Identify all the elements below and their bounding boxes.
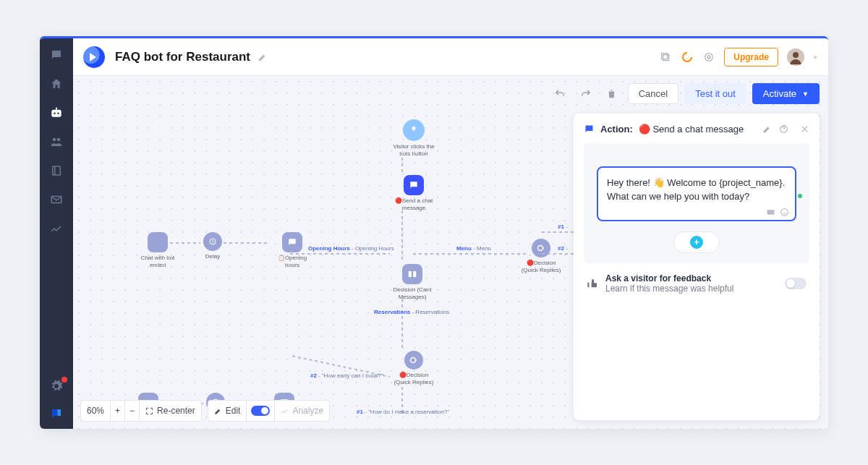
svg-point-18 — [411, 358, 416, 363]
node-quick1[interactable]: 🔴Decision (Quick Replies) — [519, 239, 563, 273]
page-title: FAQ bot for Restaurant — [115, 50, 250, 64]
svg-point-13 — [793, 52, 799, 58]
help-icon[interactable] — [779, 124, 788, 134]
edit-title-icon[interactable] — [258, 52, 268, 62]
sidebar-inbox-icon[interactable] — [48, 192, 64, 208]
redo-icon[interactable] — [576, 84, 596, 104]
node-quick2[interactable]: 🔴Decision (Quick Replies) — [391, 351, 436, 385]
sidebar-help-icon[interactable] — [48, 406, 64, 422]
svg-rect-14 — [409, 271, 412, 277]
loading-icon[interactable] — [681, 51, 694, 64]
node-delay-1[interactable]: Delay — [203, 232, 222, 260]
target-icon[interactable] — [702, 51, 715, 64]
activate-label: Activate — [763, 88, 796, 99]
edit-mode-button[interactable]: Edit — [208, 401, 247, 421]
edge — [401, 299, 403, 349]
emoji-icon[interactable] — [780, 208, 789, 217]
mode-toggle[interactable] — [247, 401, 275, 421]
svg-rect-6 — [53, 166, 61, 175]
svg-rect-0 — [51, 110, 61, 117]
edge — [401, 158, 403, 174]
feedback-title: Ask a visitor for feedback — [605, 273, 733, 283]
zoom-out-button[interactable]: − — [125, 401, 140, 421]
sidebar-home-icon[interactable] — [48, 76, 64, 92]
node-decision-card[interactable]: Decision (Card Messages) — [390, 264, 435, 300]
edge — [224, 242, 267, 244]
svg-rect-9 — [662, 53, 668, 59]
test-button[interactable]: Test it out — [684, 83, 746, 104]
thumbs-icon — [587, 278, 598, 289]
svg-point-2 — [57, 113, 59, 115]
connector-dot[interactable] — [798, 194, 802, 198]
panel-body: Hey there! 👋 Welcome to {project_name}. … — [584, 143, 809, 263]
edge — [401, 210, 403, 263]
message-text: Hey there! 👋 Welcome to {project_name}. … — [607, 177, 785, 202]
branch-menu: Menu - Menu — [456, 245, 491, 252]
duplicate-icon[interactable] — [659, 51, 672, 64]
panel-action-name: 🔴 Send a chat message — [639, 124, 744, 135]
trash-icon[interactable] — [602, 84, 622, 104]
topbar: FAQ bot for Restaurant Upgrade ● — [73, 38, 828, 76]
feedback-toggle[interactable] — [785, 278, 807, 289]
svg-point-5 — [57, 138, 61, 142]
sidebar-chat-icon[interactable] — [48, 47, 64, 63]
node-opening-hours[interactable]: 📋Opening hours — [270, 232, 315, 268]
node-chat-ended-1[interactable]: Chat with bot ended — [135, 232, 180, 268]
canvas-action-bar: Cancel Test it out Activate▼ — [550, 83, 820, 104]
sidebar-bot-icon[interactable] — [48, 105, 64, 121]
zoom-level[interactable]: 60% — [81, 401, 111, 421]
message-editor[interactable]: Hey there! 👋 Welcome to {project_name}. … — [597, 166, 796, 221]
action-panel: Action: 🔴 Send a chat message Hey there!… — [574, 114, 820, 420]
recenter-button[interactable]: Re-center — [140, 401, 201, 421]
chevron-down-icon: ▼ — [802, 90, 809, 98]
svg-point-4 — [53, 138, 56, 142]
branch-r1: #1 - — [558, 223, 568, 230]
undo-icon[interactable] — [550, 84, 570, 104]
chat-icon — [584, 124, 595, 135]
svg-point-1 — [54, 113, 56, 115]
avatar[interactable] — [787, 48, 804, 66]
cancel-button[interactable]: Cancel — [628, 83, 678, 104]
panel-action-prefix: Action: — [600, 124, 633, 135]
svg-point-16 — [538, 246, 543, 251]
svg-point-10 — [705, 53, 713, 61]
svg-rect-15 — [413, 271, 416, 277]
notification-dot — [61, 377, 67, 383]
svg-rect-3 — [56, 108, 57, 110]
sidebar-analytics-icon[interactable] — [48, 221, 64, 236]
sidebar-settings-icon[interactable] — [48, 378, 64, 394]
branch-x2: #2 - "How early can I book?" — [310, 372, 383, 379]
analyze-mode-button[interactable]: Analyze — [275, 401, 329, 421]
main: FAQ bot for Restaurant Upgrade ● Cancel … — [73, 38, 828, 429]
zoom-in-button[interactable]: + — [111, 401, 125, 421]
sidebar-book-icon[interactable] — [48, 163, 64, 179]
upgrade-button[interactable]: Upgrade — [724, 48, 778, 67]
attachment-icon[interactable] — [766, 208, 775, 217]
more-icon[interactable]: ● — [813, 53, 818, 61]
add-message-button[interactable]: + — [673, 231, 720, 253]
branch-opening: Opening Hours - Opening Hours — [308, 245, 394, 252]
edit-icon[interactable] — [762, 124, 772, 134]
activate-button[interactable]: Activate▼ — [752, 83, 820, 104]
sidebar — [40, 38, 73, 429]
bottom-toolbar: 60% + − Re-center Edit Analyze — [80, 400, 330, 422]
svg-rect-8 — [663, 54, 669, 60]
node-send-message[interactable]: 🔴Send a chat message — [391, 175, 436, 211]
branch-reservations: Reservations - Reservations — [374, 309, 449, 315]
branch-r2: #2 - — [558, 245, 568, 252]
app-logo — [83, 46, 105, 68]
app-window: FAQ bot for Restaurant Upgrade ● Cancel … — [40, 36, 828, 429]
branch-x1: #1 - "How do I make a reservation?" — [357, 409, 449, 415]
feedback-sub: Learn if this message was helpful — [605, 283, 733, 294]
edge — [413, 253, 529, 255]
svg-point-11 — [707, 56, 710, 59]
feedback-row: Ask a visitor for feedback Learn if this… — [584, 263, 809, 294]
close-icon[interactable] — [800, 124, 809, 134]
flow-canvas[interactable]: Cancel Test it out Activate▼ Visitor cli… — [73, 76, 828, 429]
node-start[interactable]: Visitor clicks the bots button — [391, 119, 436, 157]
svg-point-21 — [781, 208, 788, 216]
sidebar-people-icon[interactable] — [48, 134, 64, 150]
